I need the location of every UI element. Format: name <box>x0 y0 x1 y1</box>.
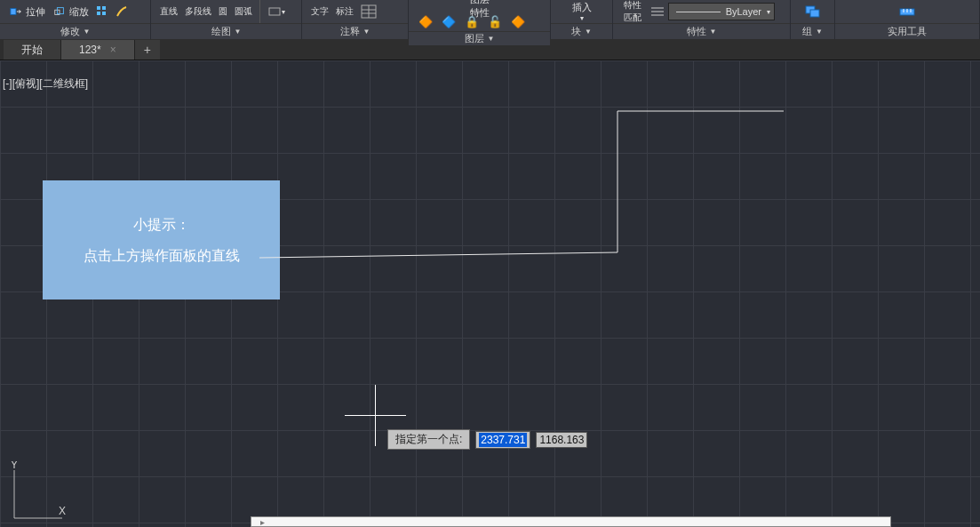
ribbon-group-group: 组▼ <box>791 0 835 39</box>
layer-icon-4[interactable]: 🔓 <box>487 13 503 29</box>
layer-icon-3[interactable]: 🔒 <box>464 13 480 29</box>
layer-icon-5[interactable]: 🔶 <box>510 13 526 29</box>
svg-rect-6 <box>102 12 106 15</box>
svg-rect-16 <box>810 10 819 17</box>
explode-icon[interactable] <box>112 4 131 20</box>
layer-icon-2[interactable]: 🔷 <box>441 13 457 29</box>
separator <box>259 0 260 23</box>
match-props-button[interactable]: 特性匹配 <box>618 0 647 24</box>
tab-add-button[interactable]: + <box>135 40 160 60</box>
modify-panel-label[interactable]: 修改▼ <box>0 23 150 39</box>
group-button[interactable] <box>801 2 825 21</box>
dynamic-input-y[interactable]: 1168.163 <box>536 432 587 448</box>
ribbon-toolbar: 拉伸 缩放 修改▼ 直线 多段线 圆 圆弧 ▾ <box>0 0 980 39</box>
ribbon-group-layer: 图层 特性 🔶 🔷 🔒 🔓 🔶 图层▼ <box>409 0 551 39</box>
chevron-down-icon: ▼ <box>488 35 495 43</box>
rect-button[interactable]: ▾ <box>264 3 289 20</box>
ribbon-group-block: 插入 ▾ 块▼ <box>551 0 613 39</box>
text-button[interactable]: 文字 <box>307 4 332 20</box>
drawing-geometry <box>0 60 980 527</box>
chevron-down-icon: ▼ <box>816 28 823 36</box>
ribbon-group-draw: 直线 多段线 圆 圆弧 ▾ 绘图▼ <box>151 0 302 39</box>
array-icon[interactable] <box>92 4 112 20</box>
tab-document-123[interactable]: 123* × <box>61 40 135 60</box>
props-panel-label[interactable]: 特性▼ <box>613 23 790 39</box>
circle-button[interactable]: 圆 <box>215 4 231 20</box>
ribbon-group-annotate: 文字 标注 注释▼ <box>302 0 409 39</box>
svg-rect-7 <box>269 8 280 15</box>
ribbon-group-modify: 拉伸 缩放 修改▼ <box>0 0 151 39</box>
svg-rect-3 <box>97 6 100 10</box>
block-panel-label[interactable]: 块▼ <box>551 23 612 39</box>
bylayer-dropdown[interactable]: ByLayer ▾ <box>668 3 775 20</box>
line-button[interactable]: 直线 <box>156 4 181 20</box>
svg-rect-0 <box>11 9 16 15</box>
chevron-down-icon: ▼ <box>363 28 370 36</box>
ucs-x-label: X <box>59 505 66 517</box>
scale-icon <box>52 4 67 19</box>
chevron-down-icon: ▼ <box>710 28 717 36</box>
layer-icon-1[interactable]: 🔶 <box>418 13 434 29</box>
svg-rect-4 <box>102 6 106 10</box>
command-line[interactable]: ▸ <box>251 516 891 527</box>
scale-label: 缩放 <box>69 5 89 19</box>
tab-start[interactable]: 开始 <box>4 40 61 60</box>
ucs-y-label: Y <box>11 461 18 471</box>
measure-button[interactable] <box>895 2 920 21</box>
svg-rect-5 <box>97 12 100 15</box>
layer-panel-label[interactable]: 图层▼ <box>409 31 550 45</box>
scale-button[interactable]: 缩放 <box>49 3 92 20</box>
stretch-label: 拉伸 <box>26 5 45 19</box>
ribbon-group-props: 特性匹配 ByLayer ▾ 特性▼ <box>613 0 791 39</box>
dim-button[interactable]: 标注 <box>332 4 357 20</box>
ribbon-group-util: 实用工具 <box>835 0 980 39</box>
close-icon[interactable]: × <box>110 44 116 56</box>
dynamic-input-x[interactable]: 2337.731 <box>475 431 530 449</box>
layer-state-icons: 🔶 🔷 🔒 🔓 🔶 <box>409 12 550 31</box>
chevron-down-icon: ▼ <box>585 28 592 36</box>
stretch-button[interactable]: 拉伸 <box>5 3 49 20</box>
svg-rect-2 <box>57 8 63 14</box>
util-panel-label[interactable]: 实用工具 <box>835 23 979 39</box>
insert-button[interactable]: 插入 ▾ <box>567 1 597 22</box>
annotate-panel-label[interactable]: 注释▼ <box>302 23 408 39</box>
drawing-canvas[interactable]: // grid drawn by JS below after data loa… <box>0 60 980 527</box>
chevron-down-icon: ▼ <box>235 28 242 36</box>
stretch-icon <box>9 4 23 19</box>
chevron-down-icon: ▼ <box>84 28 91 36</box>
group-panel-label[interactable]: 组▼ <box>791 23 834 39</box>
draw-panel-label[interactable]: 绘图▼ <box>151 23 301 39</box>
dynamic-input: 指定第一个点: 2337.731 1168.163 <box>387 429 587 450</box>
linetype-list-icon[interactable] <box>647 4 668 20</box>
polyline-button[interactable]: 多段线 <box>181 4 215 20</box>
arc-button[interactable]: 圆弧 <box>231 4 256 20</box>
dynamic-prompt-label: 指定第一个点: <box>387 429 470 450</box>
modify-small-icons <box>92 4 135 20</box>
table-button[interactable] <box>357 3 380 20</box>
